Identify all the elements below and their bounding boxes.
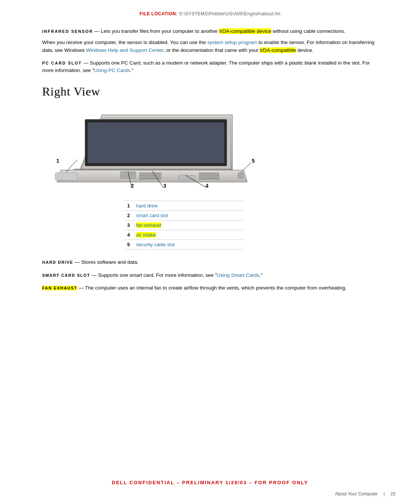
table-row: 3fan exhaust — [124, 220, 244, 230]
right-view-heading: Right View — [42, 85, 378, 98]
windows-help-link[interactable]: Windows Help and Support Center — [86, 47, 163, 53]
fan-exhaust-section: FAN EXHAUST — The computer uses an inter… — [42, 284, 378, 292]
svg-rect-8 — [199, 175, 219, 176]
infrared-para1: INFRARED SENSOR — Lets you transfer file… — [42, 28, 378, 35]
file-location-label: FILE LOCATION: — [140, 11, 178, 16]
svg-rect-12 — [238, 173, 244, 178]
table-row: 1hard drive — [124, 201, 244, 211]
parts-table-area: 1hard drive2smart card slot3fan exhaust4… — [124, 201, 244, 250]
fan-exhaust-para: FAN EXHAUST — The computer uses an inter… — [42, 284, 378, 292]
part-label: smart card slot — [133, 211, 244, 220]
bottom-section: HARD DRIVE — Stores software and data. S… — [42, 259, 378, 292]
svg-rect-2 — [55, 173, 78, 180]
using-smart-cards-link[interactable]: Using Smart Cards — [217, 272, 259, 278]
pc-card-section: PC CARD SLOT — Supports one PC Card, suc… — [42, 59, 378, 75]
smart-card-para: SMART CARD SLOT — Supports one smart car… — [42, 272, 378, 279]
table-row: 4air intake — [124, 230, 244, 240]
irda-highlight: IrDA-compatible device — [219, 28, 272, 34]
svg-line-23 — [241, 163, 251, 173]
confidential-text: DELL CONFIDENTIAL – PRELIMINARY 1/29/03 … — [112, 480, 308, 485]
infrared-section: INFRARED SENSOR — Lets you transfer file… — [42, 28, 378, 54]
parts-table: 1hard drive2smart card slot3fan exhaust4… — [124, 201, 244, 250]
footer-text: About Your Computer — [335, 491, 378, 497]
file-location-path: S:\SYSTEMS\Pebble\UG\A00\English\about.f… — [179, 11, 280, 16]
footer-separator: | — [383, 491, 385, 497]
diagram-wrapper: 1 2 3 4 5 — [50, 107, 273, 197]
svg-rect-3 — [139, 173, 162, 174]
part-label: air intake — [133, 230, 244, 240]
smart-card-heading: SMART CARD SLOT — [42, 273, 90, 278]
svg-text:1: 1 — [56, 158, 59, 164]
page-footer: About Your Computer | 23 — [333, 491, 398, 497]
laptop-diagram-area: 1 2 3 4 5 1hard drive2smart card slot3fa… — [42, 107, 378, 250]
irda-highlight2: IrDA-compatible — [260, 47, 296, 53]
svg-text:2: 2 — [131, 183, 134, 189]
pc-card-para: PC CARD SLOT — Supports one PC Card, suc… — [42, 59, 378, 75]
hard-drive-section: HARD DRIVE — Stores software and data. — [42, 259, 378, 266]
svg-rect-4 — [139, 175, 162, 176]
svg-rect-6 — [139, 178, 162, 179]
svg-text:4: 4 — [206, 183, 209, 189]
part-number: 5 — [124, 240, 133, 250]
table-row: 5security cable slot — [124, 240, 244, 250]
footer-page: 23 — [391, 491, 395, 497]
laptop-diagram-svg: 1 2 3 4 5 — [50, 107, 270, 190]
part-label: fan exhaust — [133, 220, 244, 230]
part-number: 1 — [124, 201, 133, 211]
system-setup-link[interactable]: system setup program — [207, 40, 257, 45]
fan-exhaust-heading: FAN EXHAUST — [42, 286, 77, 290]
smart-card-section: SMART CARD SLOT — Supports one smart car… — [42, 272, 378, 279]
svg-rect-5 — [139, 176, 162, 178]
svg-rect-1 — [88, 122, 224, 163]
hard-drive-heading: HARD DRIVE — [42, 260, 73, 264]
pc-card-heading: PC CARD SLOT — [42, 61, 82, 65]
part-label: hard drive — [133, 201, 244, 211]
confidential-bar: DELL CONFIDENTIAL – PRELIMINARY 1/29/03 … — [0, 480, 420, 485]
svg-line-15 — [72, 160, 78, 165]
part-number: 4 — [124, 230, 133, 240]
part-number: 3 — [124, 220, 133, 230]
svg-rect-10 — [199, 178, 219, 179]
svg-rect-9 — [199, 176, 219, 178]
svg-text:3: 3 — [163, 183, 166, 189]
infrared-heading: INFRARED SENSOR — [42, 29, 93, 34]
part-label: security cable slot — [133, 240, 244, 250]
table-row: 2smart card slot — [124, 211, 244, 220]
part-number: 2 — [124, 211, 133, 220]
hard-drive-para: HARD DRIVE — Stores software and data. — [42, 259, 378, 266]
infrared-para2: When you receive your computer, the sens… — [42, 39, 378, 54]
svg-rect-7 — [199, 173, 219, 174]
svg-rect-11 — [120, 172, 135, 178]
using-pc-cards-link[interactable]: Using PC Cards — [94, 68, 130, 73]
svg-text:5: 5 — [252, 158, 255, 164]
file-location-bar: FILE LOCATION: S:\SYSTEMS\Pebble\UG\A00\… — [42, 11, 378, 16]
